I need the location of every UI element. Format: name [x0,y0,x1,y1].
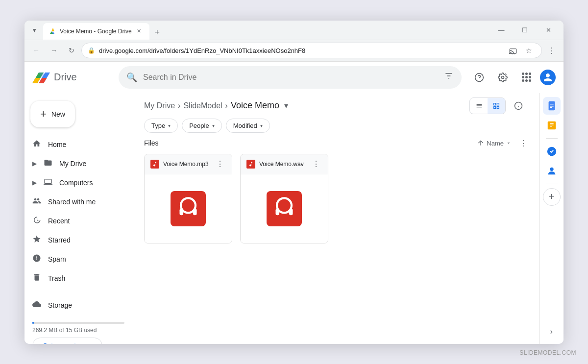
breadcrumb-bar: My Drive › SlideModel › Voice Memo ▾ [132,93,539,119]
file-menu-wav[interactable]: ⋮ [310,158,322,170]
sidebar-item-starred[interactable]: Starred [24,231,124,250]
sidebar-label-mydrive: My Drive [59,160,86,168]
breadcrumb-voicememo[interactable]: Voice Memo [231,100,279,111]
avatar[interactable] [540,70,556,85]
breadcrumb-dropdown-icon[interactable]: ▾ [284,101,288,110]
svg-rect-30 [547,121,556,129]
sidebar-item-shared[interactable]: Shared with me [24,193,124,212]
filter-type[interactable]: Type ▾ [144,119,178,133]
tab-dropdown-btn[interactable]: ▾ [28,24,40,36]
file-name-row-wav: Voice Memo.wav [246,160,310,169]
search-filter-icon[interactable] [444,71,454,83]
active-tab[interactable]: Voice Memo - Google Drive ✕ [43,23,149,40]
settings-btn[interactable] [493,68,513,87]
sidebar: + New Home ▶ My Drive [24,93,132,344]
bookmark-btn[interactable]: ☆ [522,44,536,57]
sidebar-label-trash: Trash [48,274,65,282]
new-btn[interactable]: + New [30,101,75,127]
header-actions [469,68,556,87]
sidebar-label-storage: Storage [48,301,72,309]
info-btn[interactable] [510,97,527,115]
file-menu-mp3[interactable]: ⋮ [214,158,226,170]
headphone-svg-mp3 [176,196,200,221]
minimize-btn[interactable]: — [490,22,513,38]
storage-text: 269.2 MB of 15 GB used [32,327,124,334]
right-panel-notes[interactable] [543,117,561,134]
cast-icon[interactable] [506,44,520,57]
breadcrumb-sep-1: › [178,101,180,110]
tab-bar: Voice Memo - Google Drive ✕ + [43,21,487,40]
sidebar-label-starred: Starred [48,236,71,244]
sort-more-btn[interactable]: ⋮ [519,139,527,148]
back-btn[interactable]: ← [28,43,44,58]
file-card-mp3[interactable]: Voice Memo.mp3 ⋮ [144,154,232,243]
right-panel-docs[interactable] [543,97,561,115]
sidebar-item-home[interactable]: Home [24,135,124,154]
content-area: My Drive › SlideModel › Voice Memo ▾ [132,93,539,344]
breadcrumb-slidemodel[interactable]: SlideModel [183,101,222,110]
tab-favicon [49,27,57,35]
storage-bar [32,322,124,324]
file-preview-icon-wav [267,191,302,226]
get-storage-btn[interactable]: Get more storage [32,338,102,344]
starred-icon [32,235,41,246]
storage-fill [32,322,34,324]
new-label: New [51,110,65,118]
browser-menu-btn[interactable]: ⋮ [544,43,560,58]
sidebar-label-shared: Shared with me [48,198,96,206]
tab-title: Voice Memo - Google Drive [60,28,132,35]
svg-marker-3 [51,28,54,31]
tab-close-btn[interactable]: ✕ [135,27,144,36]
sidebar-item-spam[interactable]: Spam [24,250,124,269]
sidebar-item-computers[interactable]: ▶ Computers [24,173,124,193]
search-input[interactable] [143,73,438,82]
storage-info: 269.2 MB of 15 GB used Get more storage [24,315,132,344]
file-name-mp3: Voice Memo.mp3 [163,161,209,168]
refresh-btn[interactable]: ↻ [64,43,79,58]
svg-rect-29 [548,101,555,110]
search-bar[interactable]: 🔍 [119,66,462,89]
sidebar-item-recent[interactable]: Recent [24,212,124,231]
address-bar-row: ← → ↻ 🔒 drive.google.com/drive/folders/1… [24,40,564,62]
list-view-btn[interactable] [470,98,488,114]
window-buttons: — ☐ ✕ [490,22,560,38]
right-panel-divider-2 [546,184,558,184]
home-icon [32,139,41,150]
apps-btn[interactable] [516,68,536,87]
shared-icon [32,196,41,208]
right-panel-expand[interactable]: › [550,327,553,340]
file-preview-mp3 [145,174,232,243]
headphone-svg-wav [272,196,296,221]
sidebar-item-trash[interactable]: Trash [24,269,124,288]
files-section-title: Files [144,139,159,147]
right-panel: + › [539,93,564,344]
right-panel-tasks[interactable] [543,143,561,160]
files-area: Files Name ⋮ [132,139,539,344]
file-name-wav: Voice Memo.wav [259,161,304,168]
svg-point-16 [502,76,504,78]
file-card-header-mp3: Voice Memo.mp3 ⋮ [145,154,232,174]
right-panel-contacts[interactable] [543,162,561,180]
sidebar-item-storage[interactable]: Storage [24,296,124,315]
svg-rect-28 [289,209,293,215]
right-panel-add-btn[interactable]: + [543,188,561,206]
filter-bar: Type ▾ People ▾ Modified ▾ [132,119,539,139]
maximize-btn[interactable]: ☐ [514,22,536,38]
filter-modified[interactable]: Modified ▾ [226,119,270,133]
view-actions [469,97,527,115]
computers-icon [44,177,52,189]
file-card-wav[interactable]: Voice Memo.wav ⋮ [240,154,328,243]
close-btn[interactable]: ✕ [537,22,560,38]
new-tab-btn[interactable]: + [150,26,164,40]
forward-btn[interactable]: → [46,43,62,58]
grid-view-btn[interactable] [488,98,505,114]
full-layout: Drive 🔍 [24,62,564,344]
sidebar-item-mydrive[interactable]: ▶ My Drive [24,154,124,173]
filter-people[interactable]: People ▾ [182,119,221,133]
address-bar[interactable]: 🔒 drive.google.com/drive/folders/1YdEnRz… [81,43,542,58]
expand-icon-mydrive: ▶ [32,160,37,167]
help-btn[interactable] [469,68,489,87]
sort-btn[interactable]: Name [477,139,512,147]
sidebar-label-recent: Recent [48,217,70,225]
breadcrumb-mydrive[interactable]: My Drive [144,101,175,110]
